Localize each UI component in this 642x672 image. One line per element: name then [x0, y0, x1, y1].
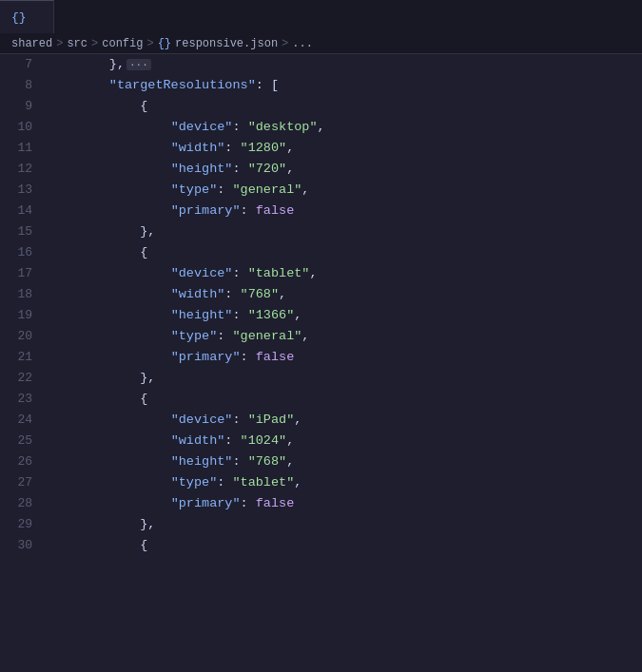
line-number: 15 [0, 221, 48, 242]
line-content: "type": "tablet", [48, 472, 642, 493]
token-bracket: { [140, 99, 147, 113]
code-line: 19 "height": "1366", [0, 305, 642, 326]
token-indent [48, 517, 140, 531]
code-line: 30 { [0, 535, 642, 556]
token-key: "type" [171, 329, 218, 343]
code-line: 9 { [0, 96, 642, 117]
breadcrumb-json-icon: {} [158, 37, 171, 50]
token-colon: : [241, 496, 256, 510]
token-comma: , [294, 413, 302, 427]
code-line: 21 "primary": false [0, 347, 642, 368]
token-colon: : [232, 308, 247, 322]
token-string: "1024" [241, 433, 287, 448]
token-string: "768" [248, 454, 287, 469]
token-colon: : [224, 287, 240, 301]
token-string: "1280" [241, 141, 287, 155]
code-line: 18 "width": "768", [0, 284, 642, 305]
line-number: 19 [0, 305, 48, 326]
breadcrumb-shared[interactable]: shared [11, 37, 52, 50]
code-line: 16 { [0, 242, 642, 263]
line-number: 10 [0, 117, 48, 138]
token-comma: , [318, 120, 325, 134]
code-line: 7 },··· [0, 54, 642, 75]
breadcrumb-sep-1: > [56, 37, 63, 50]
line-number: 13 [0, 180, 48, 201]
token-bracket: [ [271, 78, 279, 92]
token-bool: false [256, 350, 295, 364]
token-key: "device" [171, 266, 233, 280]
line-content: "height": "768", [48, 451, 642, 472]
token-indent [48, 433, 171, 448]
line-number: 18 [0, 284, 48, 305]
token-bracket: }, [140, 371, 155, 385]
breadcrumb-ellipsis: ... [292, 37, 313, 50]
line-content: "device": "desktop", [48, 117, 642, 138]
token-indent [48, 120, 171, 134]
line-number: 7 [0, 54, 48, 75]
line-content: "primary": false [48, 347, 642, 368]
token-indent [48, 392, 140, 406]
token-indent [48, 329, 171, 343]
token-indent [48, 224, 140, 239]
code-line: 8 "targetResolutions": [ [0, 75, 642, 96]
token-colon: : [232, 413, 247, 427]
breadcrumb-src[interactable]: src [67, 37, 88, 50]
line-number: 14 [0, 201, 48, 221]
token-colon: : [232, 454, 247, 469]
breadcrumb-sep-2: > [91, 37, 98, 50]
token-indent [48, 203, 171, 218]
code-line: 22 }, [0, 368, 642, 389]
token-bracket: { [140, 245, 147, 259]
line-content: "primary": false [48, 493, 642, 514]
fold-indicator[interactable]: ··· [126, 59, 151, 70]
token-key: "width" [171, 287, 225, 301]
code-line: 26 "height": "768", [0, 451, 642, 472]
line-number: 27 [0, 472, 48, 493]
line-content: "targetResolutions": [ [48, 75, 642, 96]
token-colon: : [224, 141, 240, 155]
json-file-icon: {} [11, 10, 27, 25]
token-bracket: }, [140, 224, 155, 239]
token-indent [48, 57, 109, 71]
line-content: { [48, 535, 642, 556]
line-number: 22 [0, 368, 48, 389]
code-line: 12 "height": "720", [0, 159, 642, 180]
token-key: "type" [171, 182, 218, 197]
token-key: "targetResolutions" [109, 78, 256, 92]
token-string: "iPad" [248, 413, 295, 427]
token-indent [48, 162, 171, 176]
line-number: 25 [0, 431, 48, 451]
line-content: { [48, 242, 642, 263]
breadcrumb-filename[interactable]: responsive.json [175, 37, 278, 50]
breadcrumb-config[interactable]: config [102, 37, 143, 50]
token-comma: , [294, 308, 302, 322]
line-content: "height": "1366", [48, 305, 642, 326]
token-bracket: { [140, 538, 147, 552]
line-content: "width": "1024", [48, 431, 642, 451]
line-number: 23 [0, 389, 48, 410]
line-number: 29 [0, 514, 48, 535]
line-content: }, [48, 221, 642, 242]
code-line: 10 "device": "desktop", [0, 117, 642, 138]
token-key: "width" [171, 433, 225, 448]
code-line: 28 "primary": false [0, 493, 642, 514]
token-indent [48, 266, 171, 280]
token-colon: : [232, 162, 247, 176]
token-indent [48, 350, 171, 364]
token-comma: , [294, 475, 302, 490]
token-comma: , [309, 266, 317, 280]
token-colon: : [217, 182, 232, 197]
line-content: "width": "1280", [48, 138, 642, 159]
token-indent [48, 78, 109, 92]
token-comma: , [302, 182, 309, 197]
line-content: "type": "general", [48, 180, 642, 201]
line-number: 24 [0, 410, 48, 431]
token-indent [48, 99, 140, 113]
line-number: 8 [0, 75, 48, 96]
code-line: 14 "primary": false [0, 201, 642, 221]
token-string: "general" [232, 329, 302, 343]
code-line: 20 "type": "general", [0, 326, 642, 347]
token-indent [48, 371, 140, 385]
tab-responsive-json[interactable]: {} [0, 0, 54, 33]
token-colon: : [232, 266, 247, 280]
